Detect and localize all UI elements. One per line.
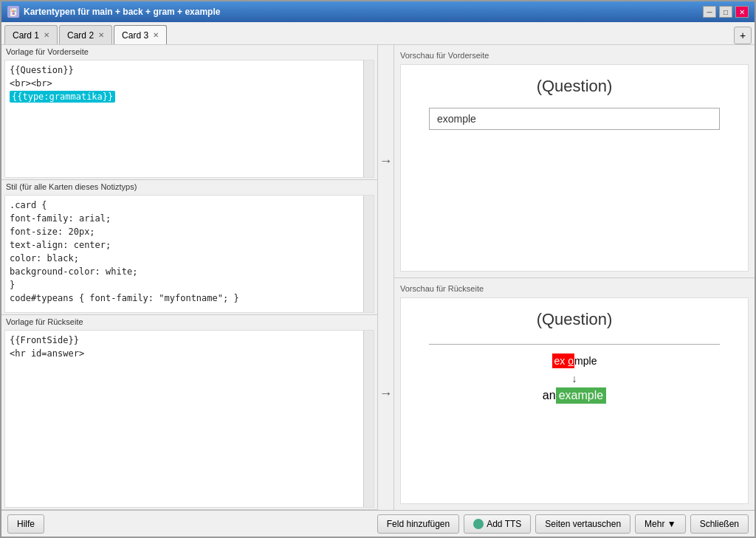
tts-icon <box>473 519 484 529</box>
code-line-1: {{Question}} <box>10 63 369 77</box>
style-section: Stil (für alle Karten dieses Notiztyps) … <box>1 180 377 315</box>
back-line-1: {{FrontSide}} <box>10 334 369 347</box>
tab-card1-label: Card 1 <box>13 30 39 41</box>
feld-hinzufuegen-button[interactable]: Feld hinzufügen <box>377 514 459 534</box>
back-template-editor[interactable]: {{FrontSide}} <hr id=answer> <box>5 331 374 507</box>
style-line-2: font-family: arial; <box>10 212 369 225</box>
tab-card1[interactable]: Card 1 ✕ <box>4 25 58 44</box>
left-panel: Vorlage für Vorderseite {{Question}} <br… <box>1 45 378 510</box>
tab-card2-label: Card 2 <box>67 30 94 41</box>
back-template-section: Vorlage für Rückseite {{FrontSide}} <hr … <box>1 315 377 510</box>
titlebar: 🃏 Kartentypen für main + back + gram + e… <box>1 1 755 22</box>
style-line-8: code#typeans { font-family: "myfontname"… <box>10 292 369 305</box>
front-template-label: Vorlage für Vorderseite <box>1 45 377 58</box>
app-icon: 🃏 <box>7 6 19 18</box>
style-editor[interactable]: .card { font-family: arial; font-size: 2… <box>5 196 374 312</box>
code-line-2: <br><br> <box>10 77 369 90</box>
add-tts-button[interactable]: Add TTS <box>464 514 531 534</box>
mehr-button[interactable]: Mehr ▼ <box>635 514 686 534</box>
style-line-5: color: black; <box>10 252 369 265</box>
style-scrollbar[interactable] <box>363 196 374 312</box>
front-template-scrollbar[interactable] <box>363 61 374 177</box>
typed-cursor: o <box>567 354 574 368</box>
typed-wrong-part: ex <box>552 354 568 368</box>
tab-card3-close[interactable]: ✕ <box>153 31 159 39</box>
answer-highlighted: example <box>556 387 606 404</box>
back-preview-label: Vorschau für Rückseite <box>400 284 749 293</box>
front-preview-input[interactable]: exomple <box>429 108 720 130</box>
style-line-4: text-align: center; <box>10 238 369 252</box>
back-preview-question: (Question) <box>537 310 613 329</box>
typed-rest: mple <box>574 355 597 367</box>
close-window-button[interactable]: ✕ <box>735 6 749 18</box>
bottom-bar: Hilfe Feld hinzufügen Add TTS Seiten ver… <box>1 510 755 537</box>
tabs-bar: Card 1 ✕ Card 2 ✕ Card 3 ✕ + <box>1 22 755 45</box>
front-preview-section: Vorschau für Vorderseite (Question) exom… <box>394 45 755 278</box>
front-template-section: Vorlage für Vorderseite {{Question}} <br… <box>1 45 377 180</box>
answer-prefix: an <box>543 389 556 402</box>
tab-card3-label: Card 3 <box>122 30 148 41</box>
hilfe-button[interactable]: Hilfe <box>7 514 44 534</box>
tab-card2-close[interactable]: ✕ <box>98 31 104 39</box>
style-line-7: } <box>10 278 369 292</box>
connector-column: → → <box>378 45 394 510</box>
style-label: Stil (für alle Karten dieses Notiztyps) <box>1 180 377 193</box>
seiten-vertauschen-button[interactable]: Seiten vertauschen <box>535 514 630 534</box>
correct-answer-display: an example <box>543 387 606 404</box>
front-preview-content: (Question) exomple <box>400 64 749 272</box>
right-panel: Vorschau für Vorderseite (Question) exom… <box>394 45 755 510</box>
maximize-button[interactable]: □ <box>719 6 732 18</box>
back-preview-section: Vorschau für Rückseite (Question) ex o m… <box>394 278 755 511</box>
front-preview-question: (Question) <box>537 77 613 96</box>
tab-card2[interactable]: Card 2 ✕ <box>59 25 112 44</box>
code-line-3: {{type:grammatika}} <box>10 90 369 103</box>
back-preview-inner: ex o mple ↓ an example <box>413 348 736 404</box>
highlighted-code: {{type:grammatika}} <box>10 91 115 103</box>
titlebar-controls: ─ □ ✕ <box>703 6 749 18</box>
answer-arrow-down: ↓ <box>572 373 577 384</box>
add-tts-label: Add TTS <box>487 519 521 529</box>
schliessen-button[interactable]: Schließen <box>690 514 749 534</box>
main-window: 🃏 Kartentypen für main + back + gram + e… <box>0 0 756 538</box>
back-line-3: <hr id=answer> <box>10 347 369 360</box>
back-template-scrollbar[interactable] <box>363 331 374 507</box>
main-content: Vorlage für Vorderseite {{Question}} <br… <box>1 45 755 510</box>
style-line-6: background-color: white; <box>10 265 369 278</box>
add-tab-button[interactable]: + <box>734 27 752 44</box>
titlebar-left: 🃏 Kartentypen für main + back + gram + e… <box>7 6 220 18</box>
arrow-bottom: → <box>379 277 393 510</box>
style-line-1: .card { <box>10 199 369 212</box>
typed-answer-display: ex o mple <box>552 354 597 368</box>
window-title: Kartentypen für main + back + gram + exa… <box>24 7 220 17</box>
back-preview-content: (Question) ex o mple ↓ an <box>400 297 749 505</box>
back-template-label: Vorlage für Rückseite <box>1 315 377 328</box>
style-line-3: font-size: 20px; <box>10 225 369 238</box>
front-template-editor[interactable]: {{Question}} <br><br> {{type:grammatika}… <box>5 61 374 177</box>
arrow-top: → <box>379 45 393 277</box>
preview-divider <box>429 344 720 345</box>
minimize-button[interactable]: ─ <box>703 6 716 18</box>
tab-card1-close[interactable]: ✕ <box>44 31 49 39</box>
front-preview-label: Vorschau für Vorderseite <box>400 51 749 60</box>
tab-card3[interactable]: Card 3 ✕ <box>114 25 167 44</box>
